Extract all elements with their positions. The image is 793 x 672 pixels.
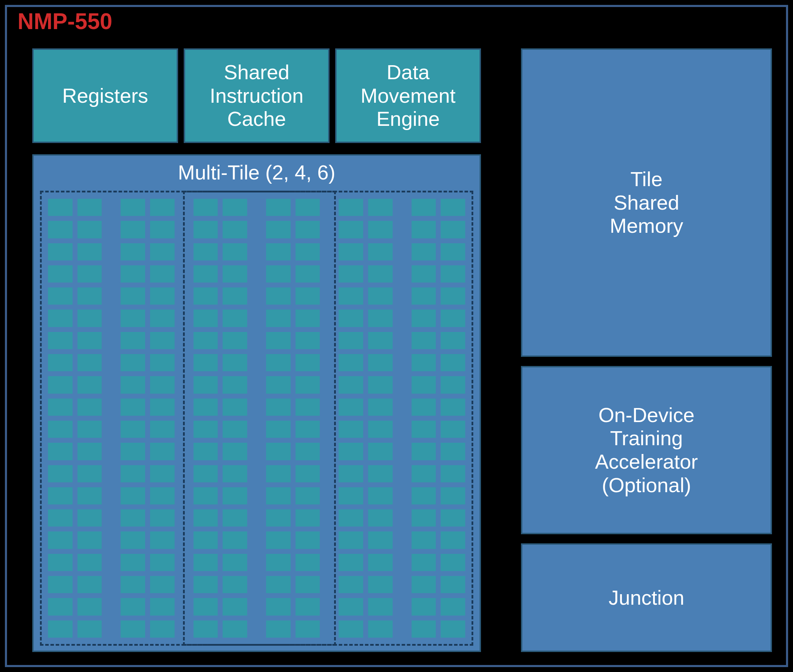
- tile-column: [192, 197, 220, 639]
- tile-cell: [294, 463, 322, 484]
- tile-cell: [119, 352, 147, 373]
- tile-cell: [148, 530, 176, 550]
- tile-cell: [366, 219, 394, 240]
- tile-cell: [76, 507, 104, 528]
- tile-cell: [46, 352, 74, 373]
- tile-cell: [439, 352, 467, 373]
- tile-cell: [366, 308, 394, 328]
- tile-cell: [294, 574, 322, 595]
- tile-cell: [148, 397, 176, 418]
- tile-cell: [439, 485, 467, 506]
- tile-cell: [119, 242, 147, 262]
- tile-cell: [192, 485, 220, 506]
- icache-label: Shared Instruction Cache: [209, 61, 304, 131]
- tile-cell: [221, 197, 249, 218]
- tile-cell: [366, 441, 394, 462]
- tile-cell: [76, 330, 104, 351]
- tile-cell: [337, 330, 365, 351]
- tile-cell: [119, 552, 147, 573]
- shared-instruction-cache-block: Shared Instruction Cache: [184, 48, 329, 143]
- tile-cell: [46, 286, 74, 306]
- tile-cell: [119, 619, 147, 639]
- chip-title: NMP-550: [18, 8, 112, 34]
- tile-cell: [439, 308, 467, 328]
- tile-cell: [264, 286, 293, 306]
- tile-cell: [221, 574, 249, 595]
- tile-column: [337, 197, 365, 639]
- tile-cell: [264, 419, 293, 440]
- tile-shared-memory-block: Tile Shared Memory: [521, 48, 772, 357]
- tile-cell: [46, 552, 74, 573]
- tile-cell: [294, 352, 322, 373]
- tile-cell: [366, 352, 394, 373]
- tile-cell: [439, 596, 467, 617]
- tile-grid: [46, 197, 467, 639]
- tile-cell: [337, 308, 365, 328]
- tile-cell: [46, 242, 74, 262]
- tile-cell: [119, 374, 147, 395]
- tile-cell: [119, 197, 147, 218]
- tile-cell: [337, 574, 365, 595]
- tile-cell: [410, 352, 438, 373]
- tile-cell: [46, 197, 74, 218]
- tile-cell: [119, 485, 147, 506]
- tile-cell: [119, 264, 147, 284]
- tile-cell: [294, 485, 322, 506]
- junction-label: Junction: [609, 586, 684, 610]
- tile-cell: [119, 330, 147, 351]
- tile-cell: [221, 242, 249, 262]
- tile-cell: [192, 242, 220, 262]
- tile-column: [410, 197, 438, 639]
- on-device-training-accelerator-block: On-Device Training Accelerator (Optional…: [521, 366, 772, 534]
- tile-cell: [148, 441, 176, 462]
- tile-cell: [119, 219, 147, 240]
- tile-cell: [410, 441, 438, 462]
- tile-cell: [46, 330, 74, 351]
- tile-cell: [410, 242, 438, 262]
- multi-tile-block: Multi-Tile (2, 4, 6): [32, 154, 481, 652]
- tile-cell: [366, 374, 394, 395]
- tile-cell: [439, 552, 467, 573]
- tile-cell: [294, 197, 322, 218]
- tile-cell: [221, 352, 249, 373]
- tile-cell: [76, 308, 104, 328]
- tile-cell: [366, 264, 394, 284]
- tile-cell: [264, 530, 293, 550]
- tile-cell: [46, 264, 74, 284]
- tile-cell: [76, 485, 104, 506]
- tile-cell: [148, 596, 176, 617]
- tile-column: [366, 197, 394, 639]
- tile-cell: [439, 264, 467, 284]
- tile-cell: [410, 397, 438, 418]
- tile-cell: [148, 507, 176, 528]
- tile-cell: [76, 242, 104, 262]
- tile-cell: [294, 330, 322, 351]
- tile-cell: [366, 197, 394, 218]
- tile-cell: [221, 308, 249, 328]
- tile-cell: [148, 197, 176, 218]
- tile-cell: [439, 286, 467, 306]
- tile-cell: [76, 530, 104, 550]
- tile-cell: [119, 419, 147, 440]
- tile-cell: [76, 352, 104, 373]
- tile-cell: [337, 264, 365, 284]
- tile-cell: [439, 574, 467, 595]
- tile-cell: [76, 463, 104, 484]
- tile-cell: [366, 397, 394, 418]
- tile-cell: [46, 308, 74, 328]
- tile-cell: [46, 374, 74, 395]
- tile-cell: [410, 219, 438, 240]
- tile-cell: [221, 219, 249, 240]
- tile-cell: [294, 552, 322, 573]
- tile-cell: [76, 286, 104, 306]
- tile-column-pair: [46, 197, 104, 639]
- tile-cell: [337, 530, 365, 550]
- tile-cell: [119, 507, 147, 528]
- tile-column: [119, 197, 147, 639]
- tile-cell: [264, 352, 293, 373]
- tile-cell: [294, 441, 322, 462]
- tile-cell: [366, 286, 394, 306]
- tile-cell: [119, 308, 147, 328]
- tile-cell: [337, 419, 365, 440]
- tile-cell: [119, 596, 147, 617]
